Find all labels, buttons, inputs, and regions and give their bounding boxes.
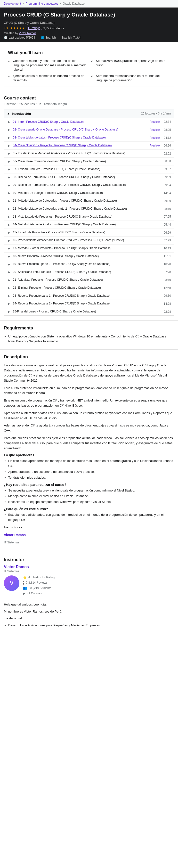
rating-number: 4.7 (4, 26, 8, 30)
lecture-item-1: ▶02- Crear usuario Oracle Database - Pro… (4, 126, 174, 134)
breadcrumb-development[interactable]: Development (4, 2, 21, 5)
req-item-1: Manejo como mínimo el nivel básico en Or… (8, 494, 174, 499)
lecture-duration-text: 06:26 (164, 144, 171, 147)
instructor-name[interactable]: Victor Ramos (4, 565, 174, 569)
lecture-item-16: ▶17- Método Guardar Producto - Proceso C… (4, 245, 174, 252)
lecture-duration-text: 09:34 (164, 183, 171, 187)
rating-link[interactable]: (11 ratings) (27, 26, 41, 30)
lecture-title-text: 23- Reporte Producto parte 1 - Proceso C… (13, 294, 162, 298)
lecture-play-icon: ▶ (7, 246, 11, 250)
breadcrumb: Development › Programming Languages › Or… (0, 0, 178, 7)
breadcrumb-sep-1: › (23, 2, 25, 5)
lecture-item-22: ▶23- Reporte Producto parte 1 - Proceso … (4, 292, 174, 300)
lecture-duration-text: 12:58 (164, 286, 171, 290)
lecture-preview-link[interactable]: 04- Crear Solución y Proyecto - Proceso … (13, 144, 112, 147)
course-content-section: Course content 1 section • 25 lectures •… (0, 91, 178, 321)
lecture-title-text: 21- Actualizar Producto - Proceso CRUD(C… (13, 278, 162, 282)
learn-text-1: Se realizará 100% práctico el aprendizaj… (96, 59, 170, 67)
bio-dedications: Desarrollo de Aplicaciones para Pequeñas… (4, 623, 174, 628)
learn-section: What you'll learn ✓ Conocer el manejo y … (4, 46, 174, 87)
rating-row: 4.7 ★★★★★ (11 ratings) 3,729 students (4, 26, 174, 30)
lecture-title-text: 14- Método Listado de Productos - Proces… (13, 223, 162, 226)
instructor-link[interactable]: Victor Ramos (19, 32, 36, 35)
lecture-play-icon: ▶ (7, 254, 11, 258)
instructor-card: V ⭐ 4.5 Instructor Rating 💬 3,814 Review… (4, 576, 174, 599)
lecture-title-text: 19- Nuevo Producto - parte 2 - Proceso C… (13, 262, 162, 266)
lecture-title-text: 16- Procedimiento Almacenado Guardar Pro… (13, 239, 162, 242)
lecture-item-11: ▶12- Método Listado de Categorías-parte … (4, 205, 174, 213)
lecture-item-0: ▶01- Intro - Proceso CRUD(C Sharp y Orac… (4, 118, 174, 126)
lo-item-2: Tendrás ejemplos guiados. (8, 475, 174, 480)
description-title: Description (4, 354, 174, 360)
check-icon-3: ✓ (91, 74, 94, 79)
bio-ded-0: Desarrollo de Aplicaciones para Pequeñas… (8, 623, 174, 628)
lecture-title-text: 06- Crear clase Conexión - Proceso CRUD(… (13, 160, 162, 163)
stat-reviews-label: 3,814 Reviews (28, 581, 48, 584)
breadcrumb-programming[interactable]: Programming Languages (26, 2, 58, 5)
para-quien-title: ¿Para quién es este curso? (4, 507, 174, 511)
lecture-preview-link[interactable]: 03- Crear tablas de datos - Proceso CRUD… (13, 136, 106, 139)
stat-rating-label: 4.5 Instructor Rating (28, 576, 55, 579)
instructor-name-link[interactable]: Victor Ramos (4, 532, 174, 537)
lecture-preview-label[interactable]: Preview (149, 136, 160, 140)
section-accordion-header[interactable]: ▲ Introducción 25 lectures • 3hr 14min (4, 109, 174, 118)
bio-me-dedico: me dedico al: (4, 616, 174, 621)
requisitos-list: Se necesita experiencia previa en lengua… (4, 488, 174, 505)
lecture-play-icon: ▶ (7, 310, 11, 313)
lecture-preview-label[interactable]: Preview (149, 120, 160, 123)
section-name: Introducción (12, 112, 31, 116)
lecture-play-icon: ▶ (7, 278, 11, 282)
lecture-list: ▶01- Intro - Proceso CRUD(C Sharp y Orac… (4, 118, 174, 316)
bio-intro: Mi nombre es Victor Ramos, soy de Perú. (4, 609, 174, 614)
lecture-title-text: 20- Selecciona ítem Producto - Proceso C… (13, 270, 162, 274)
course-title: Proceso CRUD (C Sharp y Oracle Database) (4, 11, 174, 19)
req-item-2: Necesitarás un equipo cómputo con Window… (8, 499, 174, 505)
check-icon-0: ✓ (8, 59, 11, 64)
lecture-play-icon: ▶ (7, 239, 11, 242)
check-icon-1: ✓ (91, 59, 94, 64)
lecture-duration-text: 05:44 (164, 223, 171, 226)
lecture-preview-link[interactable]: 02- Crear usuario Oracle Database - Proc… (13, 128, 118, 131)
star-icon: ⭐ (23, 576, 27, 579)
description-section: Description En este curso vamos a lograr… (0, 349, 178, 552)
lecture-duration-text: 10:13 (164, 247, 171, 250)
lecture-preview-link[interactable]: 01- Intro - Proceso CRUD(C Sharp y Oracl… (13, 120, 84, 123)
instructor-avatar: V (4, 576, 20, 591)
lecture-play-icon: ▶ (7, 136, 11, 140)
lecture-duration-text: 08:08 (164, 160, 171, 163)
para-quien-item-0: Estudiantes o aficionados, con ganas de … (8, 513, 174, 523)
lecture-duration-text: 07:29 (164, 239, 171, 242)
stat-students-label: 103,219 Students (28, 586, 51, 590)
lecture-title-text: 07- Entidad Producto - Proceso CRUD(C Sh… (13, 167, 162, 171)
lecture-item-6: ▶07- Entidad Producto - Proceso CRUD(C S… (4, 165, 174, 174)
desc-p5: Para que puedas practicar, tienes ejerci… (4, 436, 174, 451)
instructor-subtitle: IT Sistemas (4, 569, 174, 573)
avatar-initials: V (10, 580, 13, 586)
instructor-section: Instructor Victor Ramos IT Sistemas V ⭐ … (0, 552, 178, 634)
learn-item-1: ✓ Se realizará 100% práctico el aprendiz… (91, 59, 170, 72)
lecture-title-text: 12- Método Listado de Categorías-parte 2… (13, 207, 162, 211)
desc-p2: Este es un curso de programación C# y fr… (4, 398, 174, 408)
lecture-item-15: ▶16- Procedimiento Almacenado Guardar Pr… (4, 237, 174, 245)
learn-item-2: ✓ ejemplos claros al momento de nuestro … (8, 74, 87, 83)
stat-courses-label: 41 Courses (27, 592, 42, 595)
lecture-duration-text: 07:55 (164, 215, 171, 218)
stat-reviews: 💬 3,814 Reviews (23, 581, 55, 585)
learn-grid: ✓ Conocer el manejo y desarrollo de uno … (8, 59, 170, 83)
stat-courses: ▶ 41 Courses (23, 591, 55, 595)
lecture-duration-text: 14:34 (164, 191, 171, 195)
lecture-play-icon: ▶ (7, 215, 11, 219)
accordion-right: 25 lectures • 3hr 14min (141, 112, 171, 115)
lecture-duration-text: 02:28 (164, 310, 171, 313)
lecture-preview-label[interactable]: Preview (149, 144, 160, 147)
desc-p4: Además, aprender C# te ayudará a conocer… (4, 423, 174, 433)
lecture-item-13: ▶14- Método Listado de Productos - Proce… (4, 221, 174, 229)
language-audio: Spanish [Auto] (62, 36, 81, 39)
bio-greeting: Hola que tal amigos, buen día. (4, 602, 174, 607)
lecture-preview-label[interactable]: Preview (149, 128, 160, 131)
lecture-duration-text: 08:10 (164, 207, 171, 211)
students-icon: 👥 (23, 586, 27, 590)
lecture-duration-text: 07:28 (164, 271, 171, 274)
lecture-title-text: 13- Vista Listado de Productos - Proceso… (13, 215, 162, 219)
lecture-title-text: 25-Final del curso - Proceso CRUD(C Shar… (13, 310, 162, 314)
